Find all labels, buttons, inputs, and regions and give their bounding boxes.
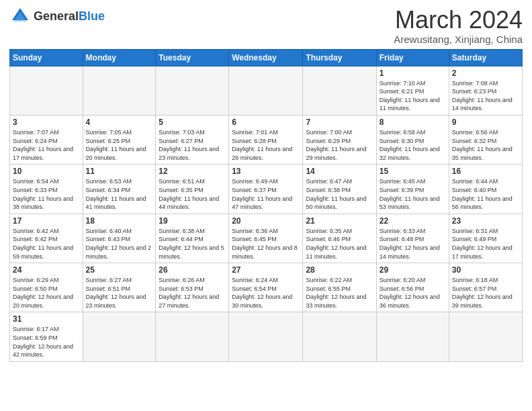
day-number: 14 (306, 167, 373, 176)
calendar-cell: 6Sunrise: 7:01 AM Sunset: 6:28 PM Daylig… (229, 115, 303, 164)
calendar-cell: 18Sunrise: 6:40 AM Sunset: 6:43 PM Dayli… (83, 214, 156, 263)
calendar-cell: 8Sunrise: 6:58 AM Sunset: 6:30 PM Daylig… (376, 115, 449, 164)
calendar-week-3: 17Sunrise: 6:42 AM Sunset: 6:42 PM Dayli… (10, 214, 523, 263)
day-info: Sunrise: 6:31 AM Sunset: 6:49 PM Dayligh… (452, 227, 519, 261)
calendar-header-monday: Monday (83, 49, 156, 66)
title-location: Arewusitang, Xinjiang, China (394, 34, 523, 45)
day-info: Sunrise: 6:53 AM Sunset: 6:34 PM Dayligh… (86, 177, 153, 211)
day-number: 23 (452, 216, 519, 226)
day-info: Sunrise: 7:01 AM Sunset: 6:28 PM Dayligh… (232, 128, 300, 162)
logo: GeneralBlue (9, 7, 105, 26)
day-number: 19 (159, 216, 226, 226)
day-info: Sunrise: 6:27 AM Sunset: 6:51 PM Dayligh… (86, 276, 153, 310)
day-number: 24 (13, 265, 80, 275)
calendar-cell: 9Sunrise: 6:56 AM Sunset: 6:32 PM Daylig… (449, 115, 522, 164)
calendar-week-4: 24Sunrise: 6:29 AM Sunset: 6:50 PM Dayli… (10, 263, 523, 312)
day-info: Sunrise: 6:40 AM Sunset: 6:43 PM Dayligh… (86, 227, 153, 261)
day-number: 25 (86, 265, 153, 275)
day-number: 16 (452, 167, 519, 176)
day-number: 2 (452, 68, 519, 78)
day-number: 9 (452, 118, 519, 127)
day-info: Sunrise: 6:18 AM Sunset: 6:57 PM Dayligh… (452, 276, 519, 310)
calendar-cell: 13Sunrise: 6:49 AM Sunset: 6:37 PM Dayli… (229, 165, 303, 214)
day-number: 11 (86, 167, 153, 176)
day-number: 28 (306, 265, 373, 275)
calendar-cell: 3Sunrise: 7:07 AM Sunset: 6:24 PM Daylig… (10, 115, 83, 164)
day-info: Sunrise: 6:29 AM Sunset: 6:50 PM Dayligh… (13, 276, 80, 310)
calendar-cell: 4Sunrise: 7:05 AM Sunset: 6:25 PM Daylig… (83, 115, 156, 164)
day-info: Sunrise: 7:05 AM Sunset: 6:25 PM Dayligh… (86, 128, 153, 162)
day-number: 10 (13, 167, 80, 176)
day-info: Sunrise: 7:00 AM Sunset: 6:29 PM Dayligh… (306, 128, 373, 162)
calendar-cell: 21Sunrise: 6:35 AM Sunset: 6:46 PM Dayli… (303, 214, 376, 263)
day-info: Sunrise: 7:08 AM Sunset: 6:23 PM Dayligh… (452, 79, 519, 113)
logo-text: GeneralBlue (34, 9, 105, 24)
calendar-header-sunday: Sunday (10, 49, 83, 66)
day-info: Sunrise: 7:10 AM Sunset: 6:21 PM Dayligh… (380, 79, 446, 113)
calendar-cell: 14Sunrise: 6:47 AM Sunset: 6:38 PM Dayli… (303, 165, 376, 214)
day-info: Sunrise: 7:03 AM Sunset: 6:27 PM Dayligh… (159, 128, 226, 162)
calendar-header-row: SundayMondayTuesdayWednesdayThursdayFrid… (10, 49, 523, 66)
day-info: Sunrise: 6:35 AM Sunset: 6:46 PM Dayligh… (306, 227, 373, 261)
calendar-cell (156, 66, 229, 115)
calendar-cell: 28Sunrise: 6:22 AM Sunset: 6:55 PM Dayli… (303, 263, 376, 312)
calendar-cell (303, 66, 376, 115)
day-number: 29 (380, 265, 446, 275)
calendar-cell: 30Sunrise: 6:18 AM Sunset: 6:57 PM Dayli… (449, 263, 522, 312)
calendar-cell: 17Sunrise: 6:42 AM Sunset: 6:42 PM Dayli… (10, 214, 83, 263)
day-info: Sunrise: 6:42 AM Sunset: 6:42 PM Dayligh… (13, 227, 80, 261)
day-number: 1 (380, 68, 446, 78)
logo-icon (9, 7, 31, 26)
calendar-week-1: 3Sunrise: 7:07 AM Sunset: 6:24 PM Daylig… (10, 115, 523, 164)
day-info: Sunrise: 6:49 AM Sunset: 6:37 PM Dayligh… (232, 177, 300, 211)
calendar-cell: 2Sunrise: 7:08 AM Sunset: 6:23 PM Daylig… (449, 66, 522, 115)
day-number: 3 (13, 118, 80, 127)
header: GeneralBlue March 2024 Arewusitang, Xinj… (9, 7, 523, 45)
calendar-cell: 31Sunrise: 6:17 AM Sunset: 6:59 PM Dayli… (10, 312, 83, 361)
day-info: Sunrise: 6:26 AM Sunset: 6:53 PM Dayligh… (159, 276, 226, 310)
calendar-cell (156, 312, 229, 361)
calendar-header-tuesday: Tuesday (156, 49, 229, 66)
calendar-header-friday: Friday (376, 49, 449, 66)
day-info: Sunrise: 6:51 AM Sunset: 6:35 PM Dayligh… (159, 177, 226, 211)
day-info: Sunrise: 6:22 AM Sunset: 6:55 PM Dayligh… (306, 276, 373, 310)
calendar-header-wednesday: Wednesday (229, 49, 303, 66)
day-info: Sunrise: 6:54 AM Sunset: 6:33 PM Dayligh… (13, 177, 80, 211)
calendar-cell: 24Sunrise: 6:29 AM Sunset: 6:50 PM Dayli… (10, 263, 83, 312)
page: GeneralBlue March 2024 Arewusitang, Xinj… (0, 0, 532, 411)
day-number: 31 (13, 314, 80, 324)
day-number: 20 (232, 216, 300, 226)
day-info: Sunrise: 6:47 AM Sunset: 6:38 PM Dayligh… (306, 177, 373, 211)
title-block: March 2024 Arewusitang, Xinjiang, China (394, 7, 523, 45)
calendar-week-5: 31Sunrise: 6:17 AM Sunset: 6:59 PM Dayli… (10, 312, 523, 361)
calendar-cell (10, 66, 83, 115)
calendar-cell: 10Sunrise: 6:54 AM Sunset: 6:33 PM Dayli… (10, 165, 83, 214)
calendar-cell (83, 66, 156, 115)
day-number: 12 (159, 167, 226, 176)
day-info: Sunrise: 6:44 AM Sunset: 6:40 PM Dayligh… (452, 177, 519, 211)
day-info: Sunrise: 6:36 AM Sunset: 6:45 PM Dayligh… (232, 227, 300, 261)
day-number: 15 (380, 167, 446, 176)
day-info: Sunrise: 7:07 AM Sunset: 6:24 PM Dayligh… (13, 128, 80, 162)
calendar-cell: 27Sunrise: 6:24 AM Sunset: 6:54 PM Dayli… (229, 263, 303, 312)
calendar-cell: 19Sunrise: 6:38 AM Sunset: 6:44 PM Dayli… (156, 214, 229, 263)
day-info: Sunrise: 6:45 AM Sunset: 6:39 PM Dayligh… (380, 177, 446, 211)
day-number: 4 (86, 118, 153, 127)
title-month: March 2024 (394, 7, 523, 34)
day-info: Sunrise: 6:56 AM Sunset: 6:32 PM Dayligh… (452, 128, 519, 162)
day-number: 18 (86, 216, 153, 226)
day-info: Sunrise: 6:24 AM Sunset: 6:54 PM Dayligh… (232, 276, 300, 310)
day-info: Sunrise: 6:17 AM Sunset: 6:59 PM Dayligh… (13, 325, 80, 359)
day-number: 22 (380, 216, 446, 226)
day-info: Sunrise: 6:58 AM Sunset: 6:30 PM Dayligh… (380, 128, 446, 162)
calendar-cell: 26Sunrise: 6:26 AM Sunset: 6:53 PM Dayli… (156, 263, 229, 312)
calendar-cell: 20Sunrise: 6:36 AM Sunset: 6:45 PM Dayli… (229, 214, 303, 263)
day-info: Sunrise: 6:20 AM Sunset: 6:56 PM Dayligh… (380, 276, 446, 310)
calendar-cell (376, 312, 449, 361)
calendar-cell: 12Sunrise: 6:51 AM Sunset: 6:35 PM Dayli… (156, 165, 229, 214)
calendar-cell: 11Sunrise: 6:53 AM Sunset: 6:34 PM Dayli… (83, 165, 156, 214)
calendar-cell: 16Sunrise: 6:44 AM Sunset: 6:40 PM Dayli… (449, 165, 522, 214)
calendar-cell (449, 312, 522, 361)
calendar-cell: 7Sunrise: 7:00 AM Sunset: 6:29 PM Daylig… (303, 115, 376, 164)
day-number: 5 (159, 118, 226, 127)
